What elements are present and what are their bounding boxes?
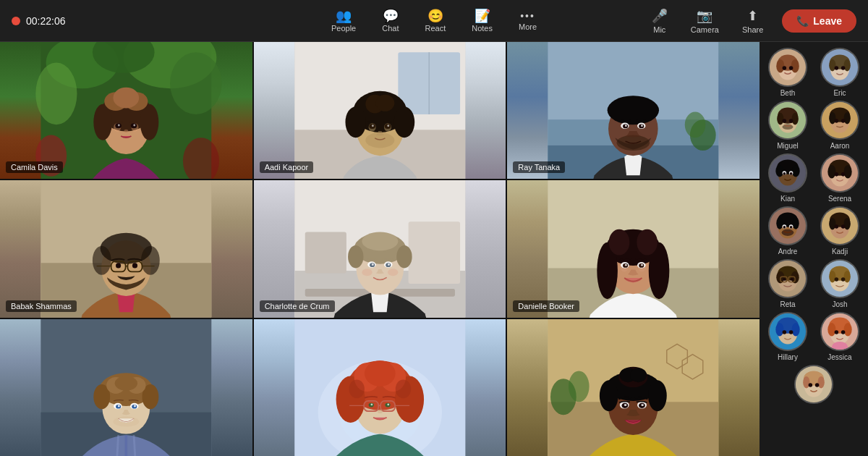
svg-point-261 (844, 271, 851, 283)
avatar-andre[interactable] (768, 206, 807, 245)
svg-point-274 (827, 323, 835, 337)
recording-indicator (12, 17, 20, 25)
video-cell-ray[interactable]: Ray Tanaka (507, 42, 760, 179)
video-cell-avatar2[interactable] (507, 319, 760, 456)
svg-point-226 (827, 165, 835, 179)
svg-point-268 (792, 323, 800, 337)
nav-people[interactable]: 👥 People (318, 5, 369, 37)
svg-point-60 (685, 111, 706, 138)
avatar-more[interactable] (794, 365, 833, 404)
avatar-serena[interactable] (820, 153, 859, 193)
svg-point-245 (835, 224, 839, 229)
timer-display: 00:22:06 (26, 15, 66, 27)
svg-point-238 (790, 226, 793, 229)
avatar-aaron[interactable] (820, 101, 859, 140)
svg-point-75 (116, 263, 121, 269)
nav-more-label: More (519, 22, 537, 31)
share-label: Share (742, 25, 763, 34)
svg-point-183 (624, 404, 627, 406)
avatar-beth[interactable] (768, 48, 807, 87)
avatar-josh[interactable] (820, 259, 859, 298)
sidebar-participant-more[interactable] (764, 365, 864, 404)
nav-react-label: React (425, 24, 446, 33)
svg-point-205 (789, 119, 793, 123)
svg-point-284 (809, 383, 813, 387)
sidebar-participant-serena[interactable]: Serena (816, 153, 864, 203)
sidebar-name-serena: Serena (828, 195, 851, 203)
svg-point-263 (841, 277, 846, 282)
mic-button[interactable]: 🎤 Mic (642, 4, 678, 38)
nav-chat[interactable]: 💬 Chat (369, 5, 412, 37)
share-button[interactable]: ⬆ Share (732, 4, 773, 38)
avatar-hillary[interactable] (768, 312, 807, 351)
sidebar-participant-miguel[interactable]: Miguel (764, 101, 812, 151)
svg-point-139 (113, 416, 139, 426)
video-cell-danielle[interactable]: Danielle Booker (507, 180, 760, 317)
svg-point-218 (792, 165, 800, 177)
svg-point-195 (829, 59, 835, 72)
avatar-kian[interactable] (768, 153, 807, 193)
sidebar-name-eric: Eric (833, 89, 846, 98)
svg-point-198 (841, 66, 846, 70)
svg-point-229 (841, 172, 846, 177)
svg-point-190 (783, 66, 787, 70)
name-tag-camila: Camila Davis (6, 161, 63, 173)
sidebar-participant-kian[interactable]: Kian (764, 153, 812, 203)
video-cell-charlotte[interactable]: Charlotte de Crum (254, 180, 506, 317)
svg-point-189 (791, 59, 799, 73)
sidebar-participant-beth[interactable]: Beth (764, 48, 812, 98)
svg-point-285 (815, 383, 820, 387)
svg-point-21 (118, 124, 120, 127)
avatar-miguel[interactable] (768, 101, 807, 140)
svg-point-228 (835, 172, 839, 177)
avatar-jessica[interactable] (820, 312, 859, 351)
svg-point-234 (792, 217, 799, 229)
nav-react[interactable]: 😊 React (412, 5, 459, 37)
svg-point-283 (818, 376, 825, 389)
people-icon: 👥 (336, 9, 352, 22)
svg-point-276 (835, 330, 839, 334)
svg-point-138 (134, 405, 136, 407)
sidebar-participant-andre[interactable]: Andre (764, 206, 812, 256)
svg-point-94 (372, 263, 374, 266)
video-cell-user3[interactable] (0, 319, 252, 456)
sidebar-participant-hillary[interactable]: Hillary (764, 312, 812, 362)
camera-button[interactable]: 📷 Camera (681, 4, 729, 38)
svg-point-34 (393, 106, 414, 138)
sidebar-participant-jessica[interactable]: Jessica (816, 312, 864, 362)
sidebar-participant-kadji[interactable]: Kadji (816, 206, 864, 256)
right-controls: 🎤 Mic 📷 Camera ⬆ Share 📞 Leave (642, 4, 856, 38)
avatar-eric[interactable] (820, 48, 859, 87)
nav-more[interactable]: ••• More (506, 7, 550, 35)
sidebar-participant-eric[interactable]: Eric (816, 48, 864, 98)
name-tag-charlotte: Charlotte de Crum (260, 300, 335, 312)
sidebar-name-josh: Josh (832, 300, 847, 309)
svg-point-217 (775, 165, 783, 177)
sidebar-participant-josh[interactable]: Josh (816, 259, 864, 309)
main-content: Camila Davis (0, 42, 868, 456)
video-grid: Camila Davis (0, 42, 760, 456)
svg-point-243 (829, 218, 835, 230)
avatar-kadji[interactable] (820, 206, 859, 245)
sidebar-participant-reta[interactable]: Reta (764, 259, 812, 309)
nav-notes[interactable]: 📝 Notes (459, 5, 506, 37)
notes-icon: 📝 (475, 9, 490, 22)
avatar-reta[interactable] (768, 259, 807, 298)
video-cell-camila[interactable]: Camila Davis (0, 42, 252, 179)
leave-phone-icon: 📞 (796, 15, 809, 27)
svg-point-151 (365, 360, 396, 387)
svg-point-51 (608, 96, 659, 124)
svg-point-137 (118, 405, 120, 407)
video-cell-babak[interactable]: Babak Shammas (0, 180, 252, 317)
name-tag-babak: Babak Shammas (6, 300, 77, 312)
video-cell-aadi[interactable]: Aadi Kapoor (254, 42, 506, 179)
svg-point-203 (792, 113, 799, 125)
mic-icon: 🎤 (652, 8, 668, 24)
video-cell-avatar1[interactable] (254, 319, 506, 456)
svg-point-233 (776, 217, 783, 229)
mic-label: Mic (653, 25, 665, 34)
svg-point-5 (35, 63, 77, 125)
leave-button[interactable]: 📞 Leave (782, 9, 856, 33)
sidebar-row-6: Hillary (764, 312, 864, 362)
sidebar-participant-aaron[interactable]: Aaron (816, 101, 864, 151)
